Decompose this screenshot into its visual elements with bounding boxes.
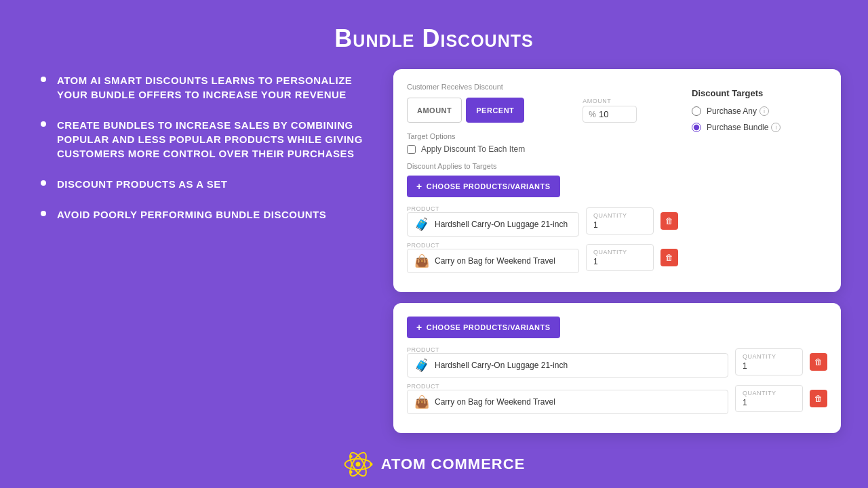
bullet-item: DISCOUNT PRODUCTS AS A SET (41, 177, 366, 191)
amount-symbol: % (589, 110, 596, 119)
product-field-wrap: Product👜Carry on Bag for Weekend Travel (407, 242, 579, 273)
choose-btn-label-top: CHOOSE PRODUCTS/VARIANTS (427, 182, 551, 190)
product-name: Carry on Bag for Weekend Travel (435, 397, 555, 407)
product-row: Product👜Carry on Bag for Weekend TravelQ… (407, 242, 678, 273)
quantity-value: 1 (593, 220, 646, 230)
delete-product-btn[interactable]: 🗑 (810, 390, 827, 407)
choose-btn-label-bottom: CHOOSE PRODUCTS/VARIANTS (427, 323, 551, 331)
customer-receives-label: Customer Receives Discount (407, 83, 678, 91)
bullet-dot (41, 211, 46, 216)
discount-applies-label: Discount Applies to Targets (407, 162, 678, 170)
product-field-wrap: Product🧳Hardshell Carry-On Luggage 21-in… (407, 205, 579, 237)
plus-icon-bottom: + (416, 322, 422, 333)
product-field: 🧳Hardshell Carry-On Luggage 21-inch (407, 212, 579, 237)
product-field-label: Product (407, 346, 728, 353)
amount-input-wrap: % (583, 106, 637, 123)
bullet-text: DISCOUNT PRODUCTS AS A SET (57, 177, 227, 191)
product-field: 👜Carry on Bag for Weekend Travel (407, 390, 728, 414)
apply-discount-checkbox[interactable] (407, 145, 416, 154)
quantity-label: Quantity (593, 212, 646, 219)
left-section: Customer Receives Discount AMOUNT PERCEN… (407, 83, 678, 279)
right-panel: Customer Receives Discount AMOUNT PERCEN… (393, 66, 841, 439)
right-section: Discount Targets Purchase AnyiPurchase B… (692, 83, 827, 279)
quantity-field: Quantity1 (586, 207, 654, 235)
amount-toggle-btn[interactable]: AMOUNT (407, 98, 462, 123)
bullet-item: AVOID POORLY PERFORMING BUNDLE DISCOUNTS (41, 207, 366, 222)
page-title: Bundle Discounts (0, 24, 868, 53)
discount-targets-label: Discount Targets (692, 88, 827, 98)
product-field-label: Product (407, 205, 579, 212)
radio-label-1: Purchase Bundlei (707, 123, 781, 132)
radio-input-0[interactable] (692, 106, 701, 116)
delete-product-btn[interactable]: 🗑 (660, 212, 678, 230)
quantity-field: Quantity1 (735, 348, 803, 375)
header: Bundle Discounts (0, 0, 868, 66)
product-name: Hardshell Carry-On Luggage 21-inch (435, 361, 568, 370)
product-row: Product🧳Hardshell Carry-On Luggage 21-in… (407, 346, 827, 378)
bullet-dot (41, 77, 46, 82)
main-content: ATOM AI SMART DISCOUNTS LEARNS TO PERSON… (0, 66, 868, 439)
product-field: 🧳Hardshell Carry-On Luggage 21-inch (407, 353, 728, 378)
quantity-value: 1 (743, 361, 795, 371)
top-card-products: Product🧳Hardshell Carry-On Luggage 21-in… (407, 205, 678, 273)
quantity-value: 1 (743, 398, 795, 407)
bottom-card: + CHOOSE PRODUCTS/VARIANTS Product🧳Hards… (393, 303, 841, 433)
amount-input[interactable] (599, 109, 626, 119)
radio-input-1[interactable] (692, 123, 701, 132)
atom-logo (343, 449, 373, 479)
checkbox-row: Apply Discount To Each Item (407, 144, 678, 154)
bullet-text: CREATE BUNDLES TO INCREASE SALES BY COMB… (57, 118, 366, 161)
radio-label-text: Purchase Bundle (707, 123, 768, 132)
bullet-item: ATOM AI SMART DISCOUNTS LEARNS TO PERSON… (41, 73, 366, 102)
radio-label-0: Purchase Anyi (707, 106, 769, 116)
bottom-card-products: Product🧳Hardshell Carry-On Luggage 21-in… (407, 346, 827, 414)
footer-brand-text: ATOM COMMERCE (381, 455, 526, 473)
svg-point-4 (370, 463, 372, 466)
delete-product-btn[interactable]: 🗑 (810, 353, 827, 371)
quantity-value: 1 (593, 257, 646, 266)
product-field-label: Product (407, 242, 579, 249)
bullet-item: CREATE BUNDLES TO INCREASE SALES BY COMB… (41, 118, 366, 161)
amount-group: Amount % (583, 98, 637, 123)
bullet-text: AVOID POORLY PERFORMING BUNDLE DISCOUNTS (57, 207, 326, 222)
product-row: Product🧳Hardshell Carry-On Luggage 21-in… (407, 205, 678, 237)
radio-row: Purchase Bundlei (692, 123, 827, 132)
bullet-list: ATOM AI SMART DISCOUNTS LEARNS TO PERSON… (41, 73, 366, 222)
info-icon-0[interactable]: i (760, 106, 769, 116)
choose-products-btn-bottom[interactable]: + CHOOSE PRODUCTS/VARIANTS (407, 317, 560, 338)
product-field: 👜Carry on Bag for Weekend Travel (407, 249, 579, 273)
top-card: Customer Receives Discount AMOUNT PERCEN… (393, 69, 841, 292)
radio-options: Purchase AnyiPurchase Bundlei (692, 106, 827, 132)
amount-label: Amount (583, 98, 637, 104)
radio-row: Purchase Anyi (692, 106, 827, 116)
product-row: Product👜Carry on Bag for Weekend TravelQ… (407, 383, 827, 414)
info-icon-1[interactable]: i (771, 123, 781, 132)
plus-icon-top: + (416, 181, 422, 192)
product-icon: 👜 (414, 253, 429, 268)
choose-products-btn-top[interactable]: + CHOOSE PRODUCTS/VARIANTS (407, 176, 560, 197)
svg-point-3 (355, 462, 360, 466)
radio-label-text: Purchase Any (707, 106, 757, 116)
product-field-wrap: Product👜Carry on Bag for Weekend Travel (407, 383, 728, 414)
quantity-label: Quantity (743, 390, 795, 396)
product-icon: 🧳 (414, 358, 429, 373)
quantity-field: Quantity1 (586, 244, 654, 271)
product-field-wrap: Product🧳Hardshell Carry-On Luggage 21-in… (407, 346, 728, 378)
toggle-row: AMOUNT PERCENT Amount % (407, 98, 678, 123)
svg-point-5 (349, 455, 352, 458)
percent-toggle-btn[interactable]: PERCENT (466, 98, 524, 123)
bullet-dot (41, 180, 46, 186)
svg-point-6 (349, 470, 352, 473)
target-options-label: Target Options (407, 132, 678, 140)
footer: ATOM COMMERCE (0, 439, 868, 488)
product-name: Hardshell Carry-On Luggage 21-inch (435, 220, 568, 229)
product-icon: 👜 (414, 394, 429, 409)
left-panel: ATOM AI SMART DISCOUNTS LEARNS TO PERSON… (41, 66, 366, 439)
quantity-label: Quantity (593, 249, 646, 256)
apply-discount-label: Apply Discount To Each Item (421, 144, 525, 154)
quantity-field: Quantity1 (735, 385, 803, 412)
bullet-dot (41, 121, 46, 127)
quantity-label: Quantity (743, 353, 795, 360)
delete-product-btn[interactable]: 🗑 (660, 249, 678, 266)
product-field-label: Product (407, 383, 728, 390)
